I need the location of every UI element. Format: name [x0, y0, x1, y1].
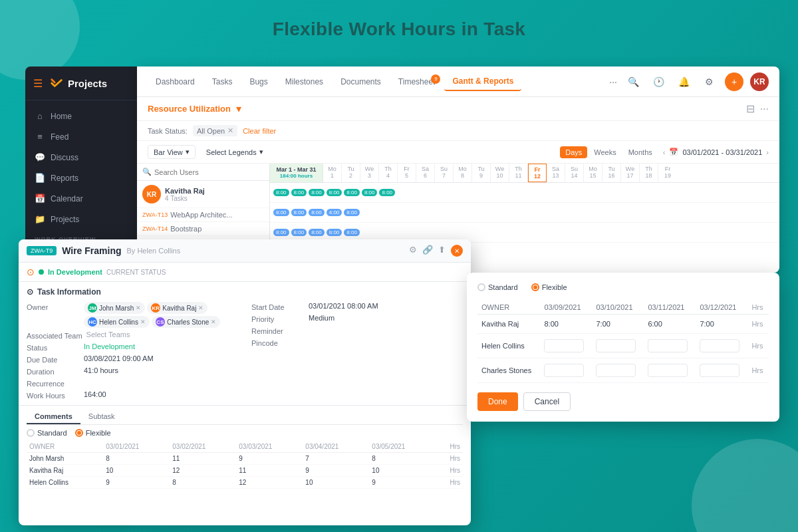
tab-bugs[interactable]: Bugs [241, 73, 275, 90]
popup-cell-12[interactable] [644, 334, 696, 358]
popup-cell-02[interactable]: 6:00 [644, 315, 696, 334]
task-row-2[interactable]: ZWA-T14 Bootstrap [137, 222, 269, 236]
popup-cell-20[interactable] [540, 358, 592, 383]
bell-icon-btn[interactable]: 🔔 [674, 72, 693, 91]
radio-standard-task[interactable]: Standard [27, 429, 67, 437]
done-button[interactable]: Done [477, 392, 518, 411]
wh-h4-2[interactable]: 10 [303, 477, 369, 489]
search-users-input[interactable] [154, 168, 264, 176]
popup-input-23[interactable] [700, 364, 739, 377]
wh-h4-0[interactable]: 7 [303, 453, 369, 465]
sidebar-item-home[interactable]: ⌂ Home [25, 106, 137, 126]
filter-tag-allopen[interactable]: All Open ✕ [193, 125, 237, 136]
tab-documents[interactable]: Documents [332, 73, 389, 90]
hamburger-icon[interactable]: ☰ [33, 77, 43, 90]
sidebar-item-discuss[interactable]: 💬 Discuss [25, 147, 137, 168]
popup-cell-01[interactable]: 7:00 [592, 315, 644, 334]
popup-input-12[interactable] [648, 339, 688, 352]
wh-h5-2[interactable]: 9 [369, 477, 436, 489]
popup-cell-11[interactable] [592, 334, 644, 358]
clock-icon-btn[interactable]: 🕐 [649, 72, 668, 91]
wh-h1-1[interactable]: 10 [103, 465, 170, 477]
filter-close-icon[interactable]: ✕ [227, 126, 233, 135]
day-tab-weeks[interactable]: Weeks [589, 146, 621, 158]
tab-comments[interactable]: Comments [27, 410, 80, 424]
wh-h2-1[interactable]: 12 [170, 465, 236, 477]
search-icon-btn[interactable]: 🔍 [624, 72, 642, 91]
popup-input-20[interactable] [544, 364, 584, 377]
sidebar-item-projects[interactable]: 📁 Projects [25, 209, 137, 229]
task-info-section: ⊙ Task Information Owner JM John Marsh ✕… [19, 282, 471, 406]
wh-h3-2[interactable]: 12 [236, 477, 303, 489]
popup-cell-21[interactable] [592, 358, 644, 383]
wh-h2-0[interactable]: 11 [170, 453, 236, 465]
popup-cell-22[interactable] [644, 358, 696, 383]
owner-remove-0[interactable]: ✕ [136, 305, 141, 311]
user-avatar-btn[interactable]: KR [750, 72, 769, 91]
link-task-icon[interactable]: 🔗 [422, 245, 433, 257]
popup-input-21[interactable] [596, 364, 636, 377]
more-icon[interactable]: ··· [609, 76, 617, 87]
tab-milestones[interactable]: Milestones [277, 73, 331, 90]
owner-chip-0[interactable]: JM John Marsh ✕ [84, 302, 145, 314]
tab-subtask[interactable]: Subtask [80, 410, 123, 424]
day-tab-days[interactable]: Days [560, 146, 587, 158]
popup-radio-flexible[interactable]: Flexible [531, 283, 567, 291]
prev-range-btn[interactable]: ‹ [663, 148, 666, 156]
sidebar-item-calendar[interactable]: 📅 Calendar [25, 188, 137, 209]
tab-gantt-reports[interactable]: Gantt & Reports [444, 72, 521, 91]
task2-pill-3: 8:00 [309, 229, 325, 236]
wh-h1-0[interactable]: 8 [103, 453, 170, 465]
owner-chip-2[interactable]: HC Helen Collins ✕ [84, 316, 150, 328]
wh-h5-0[interactable]: 8 [369, 453, 436, 465]
sidebar-item-reports[interactable]: 📄 Reports [25, 168, 137, 188]
owner-chip-1[interactable]: KR Kavitha Raj ✕ [147, 302, 207, 314]
tab-timesheet[interactable]: Timesheet 9 [390, 73, 444, 90]
day-tab-months[interactable]: Months [623, 146, 658, 158]
settings-task-icon[interactable]: ⚙ [409, 245, 417, 257]
more-options-icon[interactable]: ··· [760, 103, 769, 115]
filter-icon[interactable]: ⊟ [746, 102, 755, 115]
legends-dropdown[interactable]: Select Legends ▾ [201, 146, 269, 158]
popup-hrs-0: Hrs [747, 315, 769, 334]
sidebar-item-feed[interactable]: ≡ Feed [25, 126, 137, 147]
resource-title[interactable]: Resource Utilization [148, 104, 231, 114]
owner-remove-3[interactable]: ✕ [211, 319, 216, 325]
wh-h5-1[interactable]: 10 [369, 465, 436, 477]
wh-h4-1[interactable]: 9 [303, 465, 369, 477]
wh-h3-1[interactable]: 11 [236, 465, 303, 477]
tab-tasks[interactable]: Tasks [204, 73, 241, 90]
popup-radio-standard[interactable]: Standard [477, 283, 518, 291]
add-icon-btn[interactable]: + [725, 72, 743, 91]
popup-cell-10[interactable] [540, 334, 592, 358]
popup-cell-03[interactable]: 7:00 [696, 315, 747, 334]
popup-input-13[interactable] [700, 339, 739, 352]
popup-cell-23[interactable] [696, 358, 747, 383]
tab-dashboard[interactable]: Dashboard [148, 73, 203, 90]
popup-input-11[interactable] [596, 339, 636, 352]
share-task-icon[interactable]: ⬆ [438, 245, 446, 257]
owner-chip-3[interactable]: CS Charles Stone ✕ [152, 316, 220, 328]
popup-cell-00[interactable]: 8:00 [540, 315, 592, 334]
resource-dropdown-icon[interactable]: ▾ [236, 102, 241, 115]
cancel-button[interactable]: Cancel [523, 392, 571, 411]
wh-h1-2[interactable]: 9 [103, 477, 170, 489]
task-close-btn[interactable]: ✕ [451, 245, 463, 257]
popup-input-22[interactable] [648, 364, 688, 377]
owner-remove-1[interactable]: ✕ [198, 305, 203, 311]
wh-h2-2[interactable]: 8 [170, 477, 236, 489]
bar-view-dropdown[interactable]: Bar View ▾ [148, 145, 196, 159]
owner-remove-2[interactable]: ✕ [140, 319, 146, 325]
popup-cell-13[interactable] [696, 334, 747, 358]
standard-radio-circle [27, 429, 35, 437]
popup-input-10[interactable] [544, 339, 584, 352]
task-info-title[interactable]: ⊙ Task Information [27, 287, 463, 297]
settings-icon-btn[interactable]: ⚙ [700, 72, 718, 91]
task-row-1[interactable]: ZWA-T13 WebApp Architec... [137, 208, 269, 222]
wh-h3-0[interactable]: 9 [236, 453, 303, 465]
col-sa6: Sa6 [416, 164, 435, 182]
clear-filter-btn[interactable]: Clear filter [243, 127, 276, 135]
sidebar-home-label: Home [51, 112, 72, 121]
next-range-btn[interactable]: › [766, 148, 769, 156]
radio-flexible-task[interactable]: Flexible [75, 429, 111, 437]
